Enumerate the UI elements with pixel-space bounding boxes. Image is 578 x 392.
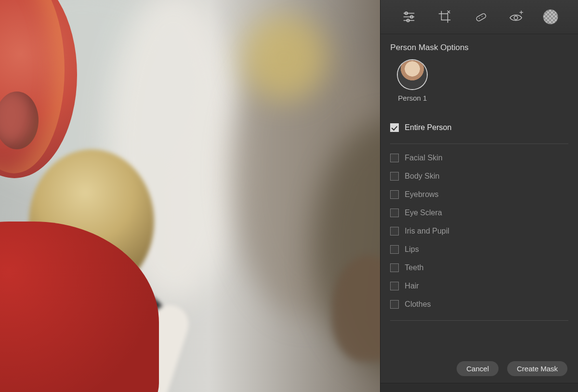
svg-point-5 xyxy=(482,16,483,17)
create-mask-button[interactable]: Create Mask xyxy=(507,361,567,376)
person-avatar xyxy=(398,60,427,89)
svg-rect-3 xyxy=(476,13,487,22)
checkbox-lips[interactable] xyxy=(390,245,399,254)
option-clothes[interactable]: Clothes xyxy=(390,295,568,314)
mask-options-panel: Person Mask Options Person 1 Entire Pers… xyxy=(381,34,578,383)
crop-icon[interactable] xyxy=(436,9,453,25)
checkbox-eye-sclera[interactable] xyxy=(390,209,399,217)
option-label: Lips xyxy=(405,245,419,254)
option-eyebrows[interactable]: Eyebrows xyxy=(390,185,568,204)
options-separator xyxy=(390,144,568,144)
masked-person-overlay xyxy=(0,0,140,392)
develop-toolbar xyxy=(381,0,578,34)
checkbox-body-skin[interactable] xyxy=(390,172,399,181)
panel-button-bar: Cancel Create Mask xyxy=(381,361,578,376)
option-lips[interactable]: Lips xyxy=(390,240,568,259)
person-chip[interactable]: Person 1 xyxy=(393,60,432,102)
panel-title: Person Mask Options xyxy=(390,43,568,52)
option-entire-person[interactable]: Entire Person xyxy=(390,118,568,137)
checkbox-teeth[interactable] xyxy=(390,263,399,272)
person-label: Person 1 xyxy=(398,94,427,102)
option-label: Body Skin xyxy=(405,172,439,181)
checkbox-facial-skin[interactable] xyxy=(390,154,399,162)
checkbox-hair[interactable] xyxy=(390,282,399,290)
redeye-icon[interactable] xyxy=(508,9,524,25)
option-label: Eye Sclera xyxy=(405,209,442,217)
app-root: Person Mask Options Person 1 Entire Pers… xyxy=(0,0,578,392)
option-facial-skin[interactable]: Facial Skin xyxy=(390,149,568,167)
option-label: Clothes xyxy=(405,300,431,309)
option-label: Iris and Pupil xyxy=(405,227,449,235)
checkbox-entire-person[interactable] xyxy=(390,123,399,132)
option-label: Eyebrows xyxy=(405,190,438,199)
right-panel: Person Mask Options Person 1 Entire Pers… xyxy=(380,0,578,392)
option-hair[interactable]: Hair xyxy=(390,277,568,295)
mask-options-list: Entire Person Facial SkinBody SkinEyebro… xyxy=(390,118,568,321)
options-separator-bottom xyxy=(390,320,568,321)
checkbox-clothes[interactable] xyxy=(390,300,399,309)
option-label: Hair xyxy=(405,282,419,290)
edit-sliders-icon[interactable] xyxy=(401,9,417,25)
option-label: Entire Person xyxy=(405,123,451,132)
checkbox-iris-pupil[interactable] xyxy=(390,227,399,235)
healing-icon[interactable] xyxy=(472,9,488,25)
masking-icon[interactable] xyxy=(543,10,558,24)
option-label: Teeth xyxy=(405,263,423,272)
option-teeth[interactable]: Teeth xyxy=(390,259,568,277)
option-label: Facial Skin xyxy=(405,154,442,162)
cancel-button[interactable]: Cancel xyxy=(457,361,499,376)
checkbox-eyebrows[interactable] xyxy=(390,190,399,199)
option-body-skin[interactable]: Body Skin xyxy=(390,167,568,185)
option-eye-sclera[interactable]: Eye Sclera xyxy=(390,204,568,222)
svg-point-6 xyxy=(514,16,518,20)
panel-footer-strip xyxy=(381,383,578,392)
svg-point-4 xyxy=(479,18,480,19)
option-iris-pupil[interactable]: Iris and Pupil xyxy=(390,222,568,240)
photo-canvas[interactable] xyxy=(0,0,380,392)
